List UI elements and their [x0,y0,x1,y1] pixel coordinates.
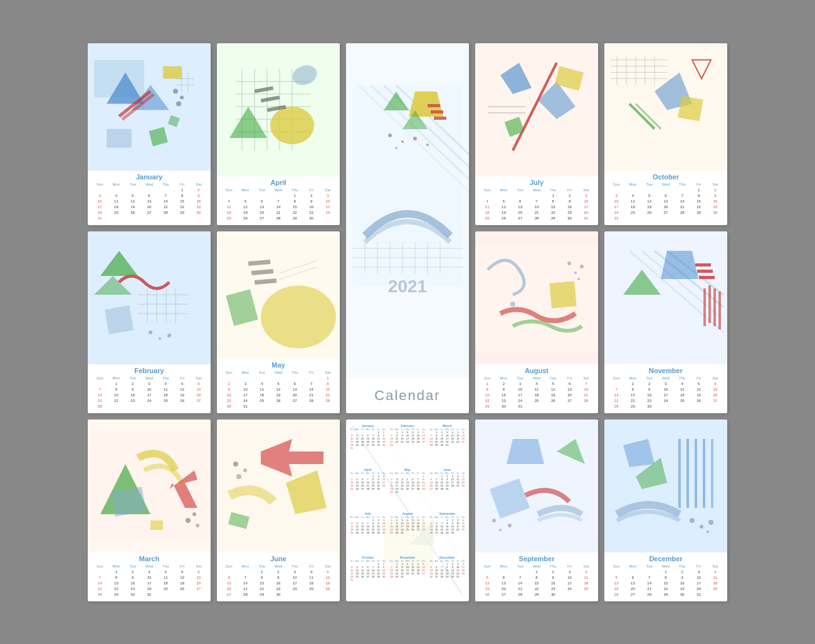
cover-card: 2021 Calendar [346,43,469,413]
svg-point-8 [176,101,181,106]
year-february: February SuMoTuWeThFrSa 123456 789101112… [388,423,426,466]
svg-point-149 [492,519,496,522]
svg-rect-107 [549,281,576,308]
svg-point-151 [508,524,512,527]
svg-rect-129 [111,486,146,516]
year-august: August SuMoTuWeThFrSa 1234567 8910111213… [388,511,426,554]
april-label: April [221,179,336,186]
may-headers: SunMonTueWedThuFriSat [221,371,336,374]
june-label: June [221,555,336,562]
october-card: October SunMonTueWedThuFriSat 12 3456789… [604,43,727,225]
svg-rect-28 [261,95,280,102]
svg-rect-14 [149,127,168,146]
september-headers: SunMonTueWedThuFriSat [479,564,594,568]
december-card: December SunMonTueWedThuFriSat 1234 5678… [604,420,727,601]
april-headers: SunMonTueWedThuFriSat [221,188,336,192]
december-days: 1234 567891011 12131415161718 1920212223… [608,569,723,598]
march-label: March [92,555,207,562]
february-card: February SunMonTueWedThuFriSat 123456 78… [88,231,211,413]
august-art [475,231,598,364]
svg-point-44 [401,140,404,143]
svg-point-96 [167,334,171,337]
july-label: July [479,179,594,186]
february-headers: SunMonTueWedThuFriSat [92,376,207,380]
may-days: 1 2345678 9101112131415 16171819202122 2… [221,376,336,409]
year-october: October SuMoTuWeThFrSa 12 3456789 101112… [349,555,387,598]
october-days: 12 3456789 10111213141516 17181920212223… [608,187,723,221]
svg-point-139 [236,474,241,479]
svg-rect-27 [255,86,274,93]
june-days: 12345 6789101112 13141516171819 20212223… [221,569,336,598]
may-info: May SunMonTueWedThuFriSat 1 2345678 9101… [217,359,340,413]
svg-point-160 [690,518,695,523]
july-headers: SunMonTueWedThuFriSat [479,188,594,192]
april-days: 123 45678910 11121314151617 181920212223… [221,193,336,221]
cover-art: 2021 [346,43,469,378]
november-headers: SunMonTueWedThuFriSat [608,376,723,380]
july-days: 123 45678910 11121314151617 181920212223… [479,193,594,221]
cover-title: Calendar [355,388,460,404]
svg-point-150 [499,529,502,531]
september-info: September SunMonTueWedThuFriSat 1234 567… [475,552,598,601]
april-art [217,43,340,176]
march-days: 123456 78910111213 14151617181920 212223… [92,569,207,598]
svg-point-138 [243,468,247,472]
august-info: August SunMonTueWedThuFriSat 1234567 891… [475,364,598,413]
svg-point-109 [574,272,577,274]
svg-point-163 [707,531,709,533]
october-info: October SunMonTueWedThuFriSat 12 3456789… [604,171,727,225]
year-overview-card: January SuMoTuWeThFrSa 12 3456789 101112… [346,420,469,601]
svg-point-106 [510,302,515,307]
svg-point-6 [173,88,178,93]
svg-rect-133 [150,520,163,530]
february-label: February [92,367,207,374]
october-art [604,43,727,171]
svg-marker-146 [507,439,544,464]
may-card: May SunMonTueWedThuFriSat 1 2345678 9101… [217,231,340,413]
july-art [475,43,598,176]
svg-rect-93 [105,305,134,334]
svg-marker-117 [661,251,698,279]
january-label: January [92,173,207,181]
svg-rect-83 [88,245,211,351]
march-headers: SunMonTueWedThuFriSat [92,564,207,568]
year-march: March SuMoTuWeThFrSa 123456 78910111213 … [428,423,466,466]
december-headers: SunMonTueWedThuFriSat [608,564,723,568]
july-card: July SunMonTueWedThuFriSat 123 45678910 … [475,43,598,225]
year-april: April SuMoTuWeThFrSa 123 45678910 111213… [349,467,387,510]
december-label: December [608,555,723,562]
march-info: March SunMonTueWedThuFriSat 123456 78910… [88,552,211,601]
svg-point-45 [413,137,417,140]
november-card: November SunMonTueWedThuFriSat 123456 78… [604,231,727,413]
svg-point-43 [388,134,392,137]
october-headers: SunMonTueWedThuFriSat [608,182,723,186]
february-info: February SunMonTueWedThuFriSat 123456 78… [88,364,211,413]
svg-point-31 [290,62,320,88]
year-december: December SuMoTuWeThFrSa 1234 567891011 1… [428,555,466,598]
svg-rect-42 [434,117,446,120]
svg-point-94 [149,330,152,334]
svg-point-98 [261,285,336,348]
january-card: January SunMonTueWedThuFriSat 12 3456789… [88,43,211,225]
svg-rect-15 [168,115,180,127]
february-days: 123456 78910111213 14151617181920 212223… [92,381,207,409]
svg-rect-32 [352,85,463,286]
svg-point-162 [708,520,713,525]
december-info: December SunMonTueWedThuFriSat 1234 5678… [604,552,727,601]
svg-rect-40 [428,104,440,107]
svg-text:2021: 2021 [388,277,427,296]
april-card: April SunMonTueWedThuFriSat 123 45678910… [217,43,340,225]
svg-point-110 [580,265,584,268]
november-art [604,231,727,364]
august-card: August SunMonTueWedThuFriSat 1234567 891… [475,231,598,413]
svg-rect-119 [697,270,713,273]
march-card: March SunMonTueWedThuFriSat 123456 78910… [88,420,211,601]
svg-rect-9 [107,129,132,147]
svg-rect-105 [475,245,598,351]
svg-point-137 [233,462,238,467]
december-art [604,420,727,552]
svg-rect-3 [163,66,182,78]
january-days: 12 3456789 10111213141516 17181920212223… [92,187,207,221]
june-headers: SunMonTueWedThuFriSat [221,564,336,568]
september-art [475,420,598,552]
